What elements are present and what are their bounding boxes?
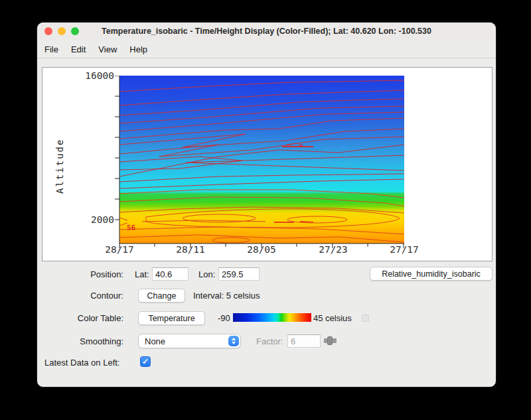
menu-view[interactable]: View [98, 44, 117, 54]
time-height-chart-panel[interactable]: Altitude 16000 2000 [42, 67, 493, 261]
app-window: Temperature_isobaric - Time/Height Displ… [37, 22, 496, 387]
latest-data-checkbox[interactable]: ✓ [140, 356, 151, 367]
y-tick-16000: 16000 [69, 70, 114, 81]
smoothing-slider-icon[interactable] [324, 338, 337, 343]
smoothing-label: Smoothing: [57, 336, 123, 346]
lon-input[interactable] [218, 267, 260, 281]
filled-contour-field [119, 76, 404, 244]
y-tick-2000: 2000 [69, 214, 114, 225]
color-range-min: -90 [218, 313, 230, 323]
position-label: Position: [57, 269, 123, 279]
menu-help[interactable]: Help [129, 44, 147, 54]
color-scale-widget-button[interactable] [362, 315, 369, 322]
color-scale-bar [233, 313, 311, 322]
checkmark-icon: ✓ [142, 357, 149, 366]
y-axis-label: Altitude [54, 119, 66, 212]
latest-data-label: Latest Data on Left: [44, 358, 119, 368]
lat-label: Lat: [135, 269, 149, 279]
menu-file[interactable]: File [44, 44, 58, 54]
relative-humidity-button[interactable]: Relative_humidity_isobaric [370, 267, 493, 281]
contour-label: Contour: [57, 291, 123, 301]
window-title: Temperature_isobaric - Time/Height Displ… [37, 27, 496, 36]
color-table-button[interactable]: Temperature [138, 311, 205, 325]
x-tick-1: 28/11 [167, 244, 214, 255]
smoothing-selected-value: None [139, 336, 228, 346]
lat-input[interactable] [152, 267, 189, 281]
smoothing-dropdown[interactable]: None [138, 334, 241, 348]
contour-value-label: 56 [127, 224, 135, 232]
color-table-label: Color Table: [57, 313, 123, 323]
title-bar: Temperature_isobaric - Time/Height Displ… [37, 23, 496, 40]
x-tick-3: 27/23 [310, 244, 356, 255]
contour-plot[interactable] [114, 76, 404, 249]
x-tick-0: 28/17 [96, 244, 143, 255]
lon-label: Lon: [198, 269, 215, 279]
menu-bar: File Edit View Help [37, 40, 496, 58]
contour-change-button[interactable]: Change [138, 289, 185, 303]
color-range-max: 45 celsius [313, 313, 352, 323]
contour-interval-text: Interval: 5 celsius [193, 291, 260, 301]
factor-input[interactable] [287, 334, 321, 348]
x-tick-2: 28/05 [238, 244, 285, 255]
menu-edit[interactable]: Edit [71, 44, 86, 54]
factor-label: Factor: [256, 336, 283, 346]
stepper-icon [228, 336, 239, 346]
x-tick-4: 27/17 [381, 244, 427, 255]
